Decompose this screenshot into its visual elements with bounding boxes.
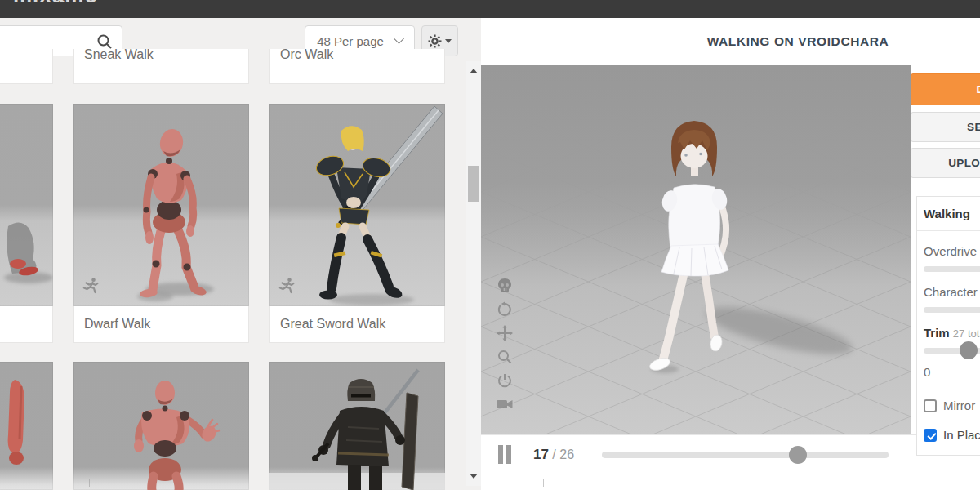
mirror-label: Mirror: [943, 399, 975, 412]
animation-card-great-sword-walk[interactable]: [270, 104, 445, 306]
in-place-checkbox[interactable]: [924, 429, 937, 442]
skull-icon[interactable]: [494, 276, 515, 296]
top-navigation-bar: mixamo: [0, 0, 980, 18]
viewer-toolbar: [491, 276, 519, 414]
preview-section: WALKING ON VROIDCHARA: [481, 18, 980, 490]
card-label-partial[interactable]: [0, 49, 53, 84]
animation-settings-panel: Walking Overdrive Character Arm-Space Tr…: [916, 196, 980, 456]
frame-counter: 17 / 26: [533, 447, 574, 463]
arm-space-label: Character Arm-Space: [924, 285, 980, 299]
overdrive-slider[interactable]: [924, 266, 980, 272]
in-place-runner-icon: [82, 277, 100, 295]
arm-space-slider[interactable]: [924, 307, 980, 313]
in-place-runner-icon: [278, 277, 296, 295]
character-fragment: [0, 104, 53, 306]
download-button[interactable]: DOWNLOAD: [911, 74, 980, 105]
card-label-orc-walk[interactable]: Orc Walk: [270, 49, 445, 84]
tick-mark: [89, 479, 90, 487]
per-page-value: 48 Per page: [317, 34, 384, 48]
animation-card-dwarf-walk[interactable]: [74, 104, 249, 306]
mannequin-character: [74, 362, 249, 490]
trim-handle[interactable]: [960, 341, 978, 359]
upload-character-button[interactable]: UPLOAD CHARACTER: [911, 148, 980, 178]
card-label-sneak-walk[interactable]: Sneak Walk: [74, 49, 249, 84]
gear-icon: [428, 34, 442, 48]
mixamo-app: WALKING ON VROIDCHARA: [0, 0, 980, 490]
caret-down-icon: [445, 39, 452, 43]
scene-canvas: [481, 65, 911, 434]
animation-card-bottom-knight[interactable]: [270, 362, 445, 490]
seek-handle[interactable]: [789, 446, 807, 464]
great-sword-character: [270, 104, 445, 306]
settings-title: Walking: [917, 197, 980, 231]
animation-card-bottom-mannequin[interactable]: [74, 362, 249, 490]
in-place-label: In Place: [943, 428, 980, 442]
frame-total: 26: [559, 448, 574, 461]
viewport-3d[interactable]: [481, 65, 911, 434]
library-scrollbar[interactable]: [466, 61, 481, 486]
frame-current: 17: [533, 447, 549, 462]
pan-icon[interactable]: [494, 323, 515, 343]
search-icon[interactable]: [96, 33, 113, 50]
knight-character: [270, 362, 445, 490]
divider: [523, 438, 523, 477]
trim-total-frames: 27 total frames: [953, 327, 980, 340]
card-label-dwarf-walk[interactable]: Dwarf Walk: [74, 306, 249, 343]
dwarf-walk-character: [74, 104, 249, 306]
trim-start-value: 0: [924, 365, 980, 379]
send-to-aero-button[interactable]: SEND TO AERO: [911, 112, 980, 142]
scroll-down-arrow-icon[interactable]: [470, 474, 478, 479]
trim-label: Trim 27 total frames: [924, 326, 980, 340]
frame-separator: /: [549, 448, 559, 461]
scroll-up-arrow-icon[interactable]: [470, 69, 478, 74]
character-fragment: [0, 362, 53, 490]
seek-slider[interactable]: [602, 452, 889, 458]
mixamo-logo[interactable]: mixamo: [13, 0, 98, 8]
animation-card-partial-left[interactable]: [0, 104, 53, 306]
scrollbar-thumb[interactable]: [468, 166, 479, 202]
rotate-icon[interactable]: [494, 300, 515, 319]
camera-icon[interactable]: [494, 394, 515, 414]
card-label-partial[interactable]: [0, 306, 53, 343]
animation-title: WALKING ON VROIDCHARA: [707, 34, 889, 49]
trim-slider[interactable]: [924, 348, 980, 354]
mirror-checkbox[interactable]: [924, 399, 937, 412]
power-icon[interactable]: [494, 371, 515, 390]
animation-card-partial-left[interactable]: [0, 362, 53, 490]
tick-mark: [323, 479, 323, 487]
pause-button[interactable]: [497, 445, 517, 465]
zoom-icon[interactable]: [494, 347, 515, 367]
tick-mark: [543, 479, 544, 487]
chevron-down-icon: [394, 33, 404, 44]
animation-library-panel: 48 Per page Sneak Walk Orc Walk: [0, 18, 481, 490]
overdrive-label: Overdrive: [924, 244, 980, 258]
playback-bar: 17 / 26: [481, 434, 980, 490]
card-label-great-sword-walk[interactable]: Great Sword Walk: [270, 306, 445, 343]
